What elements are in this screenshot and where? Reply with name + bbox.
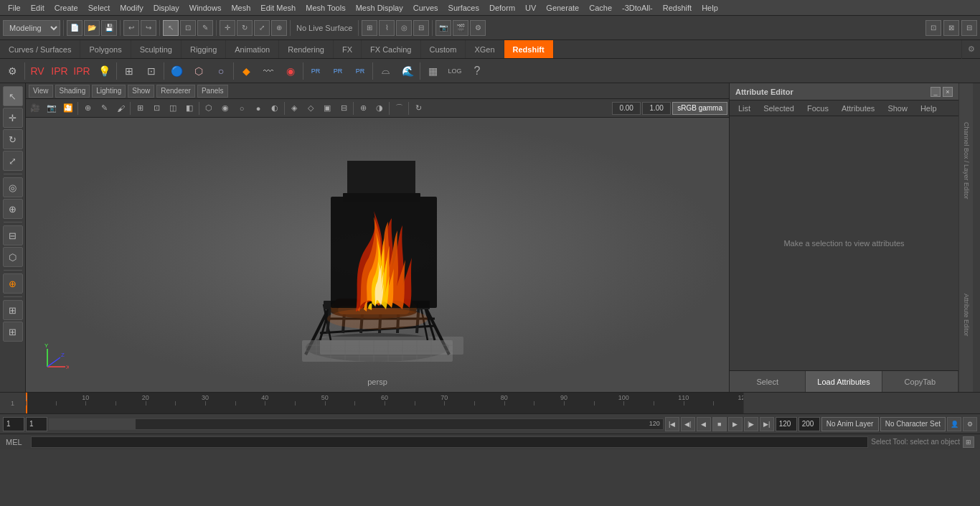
shelf-wave-icon[interactable]: 〰	[258, 60, 279, 82]
attribute-editor-label[interactable]: Attribute Editor	[958, 238, 973, 392]
rotate-tool-icon[interactable]: ↻	[237, 20, 253, 36]
menu-edit-mesh[interactable]: Edit Mesh	[255, 2, 301, 14]
vp2-uv-icon[interactable]: ⊟	[336, 100, 352, 116]
menu-mesh-tools[interactable]: Mesh Tools	[301, 2, 350, 14]
current-frame-field[interactable]: 1	[26, 417, 47, 431]
menu-deform[interactable]: Deform	[484, 2, 520, 14]
vp2-camera-icon[interactable]: 🎥	[27, 100, 43, 116]
timeline-scrub-bar[interactable]: 120	[49, 418, 664, 430]
vp2-hud-icon[interactable]: ◫	[165, 100, 181, 116]
shelf-ipr2-icon[interactable]: IPR	[71, 60, 93, 82]
char-set-icon[interactable]: 👤	[947, 417, 961, 431]
srgb-gamma-button[interactable]: sRGB gamma	[672, 102, 727, 115]
snap-grid-icon[interactable]: ⊞	[362, 20, 377, 36]
attr-tab-attributes[interactable]: Attributes	[836, 100, 880, 116]
menu-file[interactable]: File	[3, 2, 26, 14]
shelf-mat2-icon[interactable]: ○	[210, 60, 232, 82]
attr-tab-list[interactable]: List	[732, 100, 756, 116]
menu-mesh[interactable]: Mesh	[226, 2, 255, 14]
lighting-menu[interactable]: Lighting	[92, 85, 126, 98]
vp2-ao-icon[interactable]: ◐	[267, 100, 283, 116]
render-icon[interactable]: 📷	[435, 20, 451, 36]
panels-icon[interactable]: ⊠	[943, 20, 959, 36]
universal-manip-icon[interactable]: ⊕	[271, 20, 287, 36]
vp2-crease-icon[interactable]: ◇	[303, 100, 319, 116]
no-character-set-field[interactable]: No Character Set	[880, 417, 946, 431]
snap-lt-icon[interactable]: ⊟	[3, 225, 23, 245]
move-tool-lt-icon[interactable]: ✛	[3, 108, 23, 128]
plus-lt-icon[interactable]: ⊞	[3, 322, 23, 342]
vp2-light-icon[interactable]: ○	[234, 100, 250, 116]
tab-rigging[interactable]: Rigging	[182, 40, 226, 58]
vp2-snap-icon[interactable]: ⊕	[80, 100, 95, 116]
vp2-cam3-icon[interactable]: 🎦	[60, 100, 76, 116]
vp2-grid-icon[interactable]: ⊞	[132, 100, 148, 116]
lasso-select-icon[interactable]: ⊡	[180, 20, 196, 36]
tab-fx-caching[interactable]: FX Caching	[362, 40, 420, 58]
vp2-snap2-icon[interactable]: ✎	[96, 100, 112, 116]
play-back-button[interactable]: ◀	[697, 417, 711, 431]
menu-display[interactable]: Display	[149, 2, 184, 14]
select-tool-lt-icon[interactable]: ↖	[3, 86, 23, 106]
attr-tab-help[interactable]: Help	[915, 100, 943, 116]
vp2-xrayjoint-icon[interactable]: ◑	[372, 100, 387, 116]
scale-tool-lt-icon[interactable]: ⤢	[3, 151, 23, 171]
rotate-tool-lt-icon[interactable]: ↻	[3, 129, 23, 149]
copy-tab-button[interactable]: CopyTab	[882, 371, 958, 392]
tab-redshift[interactable]: Redshift	[504, 40, 554, 58]
menu-curves[interactable]: Curves	[408, 2, 443, 14]
vp2-smooth-icon[interactable]: ◉	[217, 100, 233, 116]
anim-prefs-icon[interactable]: ⚙	[963, 417, 977, 431]
menu-redshift[interactable]: Redshift	[658, 2, 697, 14]
view-menu[interactable]: View	[29, 85, 53, 98]
menu-select[interactable]: Select	[83, 2, 116, 14]
step-forward-button[interactable]: |▶	[744, 417, 758, 431]
play-back-to-start-button[interactable]: |◀	[665, 417, 679, 431]
render-settings-icon[interactable]: ⚙	[470, 20, 486, 36]
attr-tab-selected[interactable]: Selected	[758, 100, 800, 116]
sculpt-lt-icon[interactable]: ⊕	[3, 273, 23, 294]
ae-minimize-button[interactable]: _	[930, 87, 941, 97]
stop-button[interactable]: ■	[712, 417, 727, 431]
snap-view-icon[interactable]: ⊟	[413, 20, 429, 36]
shelf-pr1-icon[interactable]: PR	[305, 60, 326, 82]
transform-lt-icon[interactable]: ⊕	[3, 199, 23, 219]
vp2-xray-icon[interactable]: ⊕	[355, 100, 371, 116]
shelf-pr2-icon[interactable]: PR	[327, 60, 349, 82]
no-anim-layer-field[interactable]: No Anim Layer	[821, 417, 879, 431]
shelf-dome-icon[interactable]: 🔵	[166, 60, 187, 82]
tab-xgen[interactable]: XGen	[466, 40, 504, 58]
shelf-ipr-icon[interactable]: IPR	[49, 60, 70, 82]
tab-polygons[interactable]: Polygons	[80, 40, 131, 58]
shelf-pr3-icon[interactable]: PR	[349, 60, 371, 82]
snap-curve-icon[interactable]: ⌇	[379, 20, 395, 36]
anim-start-field[interactable]: 120	[776, 417, 797, 431]
shelf-node-icon[interactable]: ▦	[422, 60, 443, 82]
save-scene-icon[interactable]: 💾	[101, 20, 117, 36]
shelf-circle-icon[interactable]: ◉	[280, 60, 301, 82]
step-back-button[interactable]: ◀|	[681, 417, 695, 431]
shelf-settings-icon[interactable]: ⚙	[1, 60, 23, 82]
shelf-grid-icon[interactable]: ⊞	[118, 60, 140, 82]
workspace-dropdown[interactable]: Modeling	[3, 20, 60, 36]
menu-uv[interactable]: UV	[520, 2, 541, 14]
shelf-light-icon[interactable]: 💡	[93, 60, 115, 82]
grid-lt-icon[interactable]: ⊞	[3, 300, 23, 320]
menu-mesh-display[interactable]: Mesh Display	[351, 2, 408, 14]
component-lt-icon[interactable]: ⬡	[3, 247, 23, 267]
shelf-wave2-icon[interactable]: 🌊	[397, 60, 418, 82]
vp2-brush-icon[interactable]: 🖌	[113, 100, 128, 116]
shelf-rv-icon[interactable]: RV	[27, 60, 48, 82]
menu-3dtoall[interactable]: -3DtoAll-	[617, 2, 658, 14]
vp2-animate-icon[interactable]: ↻	[410, 100, 426, 116]
scale-tool-icon[interactable]: ⤢	[254, 20, 270, 36]
workspace-layout-icon[interactable]: ⊡	[925, 20, 941, 36]
vp2-cam2-icon[interactable]: 📷	[44, 100, 60, 116]
shelf-bowl-icon[interactable]: ⌓	[374, 60, 396, 82]
soft-select-lt-icon[interactable]: ◎	[3, 177, 23, 197]
play-forward-to-end-button[interactable]: ▶|	[760, 417, 774, 431]
select-button[interactable]: Select	[730, 371, 806, 392]
shelf-cube-icon[interactable]: ◆	[235, 60, 257, 82]
show-menu[interactable]: Show	[128, 85, 154, 98]
new-scene-icon[interactable]: 📄	[67, 20, 83, 36]
